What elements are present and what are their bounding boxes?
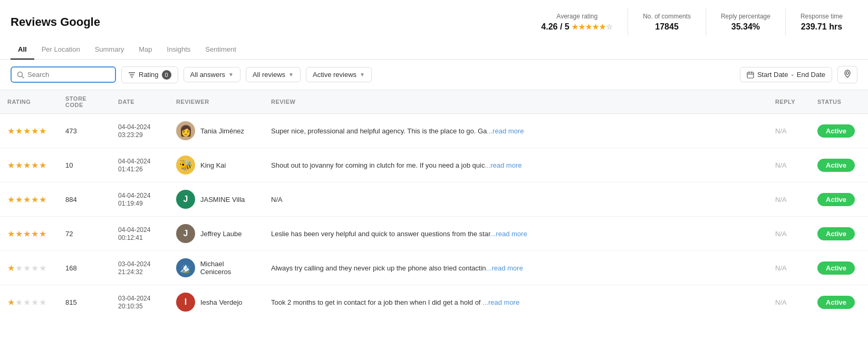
review-cell: Shout out to jovanny for coming in clutc… (264, 148, 768, 182)
read-more-link[interactable]: ...read more (483, 298, 519, 306)
status-cell: Active (810, 217, 868, 251)
star-icon: ★ (15, 263, 23, 273)
active-reviews-filter[interactable]: Active reviews ▼ (306, 67, 372, 82)
star-icon: ★ (31, 160, 38, 170)
status-badge: Active (817, 159, 855, 172)
status-cell: Active (810, 285, 868, 319)
star-icon: ★ (15, 297, 23, 307)
tab-map[interactable]: Map (131, 40, 159, 60)
location-button[interactable] (837, 66, 857, 83)
store-code-cell: 168 (58, 251, 111, 285)
chevron-down-icon: ▼ (360, 72, 365, 77)
rating-cell: ★★★★★ (0, 251, 58, 285)
star-icon: ★ (39, 263, 46, 273)
star-icon: ★ (7, 263, 15, 273)
filter-bar: Rating 0 All answers ▼ All reviews ▼ Act… (0, 60, 868, 90)
tab-sentiment[interactable]: Sentiment (198, 40, 244, 60)
read-more-link[interactable]: ...read more (486, 264, 523, 272)
answers-filter[interactable]: All answers ▼ (184, 67, 240, 82)
review-cell: Leslie has been very helpful and quick t… (264, 217, 768, 251)
search-icon (17, 71, 24, 79)
col-header-status: STATUS (810, 90, 868, 114)
star-icon: ★ (31, 263, 38, 273)
status-badge: Active (817, 296, 855, 309)
star-icon: ★ (23, 195, 31, 205)
reply-cell: N/A (768, 217, 810, 251)
status-badge: Active (817, 193, 855, 206)
tab-per-location[interactable]: Per Location (34, 40, 88, 60)
star-icon: ★ (23, 160, 31, 170)
chevron-down-icon: ▼ (288, 72, 294, 77)
reply-cell: N/A (768, 114, 810, 148)
reply-cell: N/A (768, 148, 810, 182)
star-icon: ★ (7, 229, 15, 239)
reviewer-name: Tania Jiménez (200, 127, 244, 135)
store-code-cell: 815 (58, 285, 111, 319)
status-badge: Active (817, 124, 855, 138)
svg-rect-5 (747, 72, 754, 78)
star-icon: ★ (31, 195, 38, 205)
star-icon: ★ (23, 229, 31, 239)
page-title: Reviews Google (11, 15, 100, 29)
star-icon: ★ (15, 126, 23, 136)
rating-filter[interactable]: Rating 0 (121, 66, 178, 83)
avatar: J (176, 224, 195, 243)
reviewer-cell: J Jeffrey Laube (169, 217, 264, 251)
tab-all[interactable]: All (11, 40, 34, 60)
store-code-cell: 884 (58, 182, 111, 217)
rating-cell: ★★★★★ (0, 114, 58, 148)
star-icon: ★ (23, 263, 31, 273)
star-icon: ★ (39, 126, 46, 136)
star-icon: ★ (23, 297, 31, 307)
reviewer-cell: 👩 Tania Jiménez (169, 114, 264, 148)
table-row: ★★★★★ 884 04-04-202401:19:49 J JASMINE V… (0, 182, 868, 217)
table-row: ★★★★★ 168 03-04-202421:24:32 🏔️ Michael … (0, 251, 868, 285)
stat-average-rating: Average rating 4.26 / 5 ★★★★★☆ (526, 8, 628, 36)
read-more-link[interactable]: ...read more (485, 161, 522, 169)
status-cell: Active (810, 251, 868, 285)
star-icon: ★ (7, 195, 15, 205)
search-box[interactable] (11, 66, 116, 83)
col-header-rating: RATING (0, 90, 58, 114)
status-badge: Active (817, 261, 855, 275)
read-more-link[interactable]: ...read more (490, 230, 527, 238)
star-icon: ★ (15, 195, 23, 205)
table-header-row: RATING STORE CODE DATE REVIEWER REVIEW R… (0, 90, 868, 114)
star-icon: ★ (7, 297, 15, 307)
filter-icon (128, 71, 136, 79)
reviewer-cell: J JASMINE Villa (169, 182, 264, 217)
rating-cell: ★★★★★ (0, 217, 58, 251)
reviewer-name: Michael Ceniceros (200, 260, 256, 276)
store-code-cell: 10 (58, 148, 111, 182)
star-icon: ★ (31, 126, 38, 136)
read-more-link[interactable]: ...read more (487, 127, 524, 135)
tab-insights[interactable]: Insights (160, 40, 198, 60)
rating-cell: ★★★★★ (0, 182, 58, 217)
date-cell: 04-04-202403:23:29 (111, 114, 169, 148)
reviewer-name: Iesha Verdejo (200, 298, 243, 306)
status-badge: Active (817, 227, 855, 240)
star-icon: ★ (31, 229, 38, 239)
review-cell: Always try calling and they never pick u… (264, 251, 768, 285)
star-icon: ★ (7, 160, 15, 170)
date-range-picker[interactable]: Start Date - End Date (740, 67, 832, 82)
date-cell: 04-04-202400:12:41 (111, 217, 169, 251)
reviewer-name: Jeffrey Laube (200, 230, 242, 238)
store-code-cell: 473 (58, 114, 111, 148)
tab-summary[interactable]: Summary (88, 40, 132, 60)
rating-cell: ★★★★★ (0, 148, 58, 182)
stat-comments: No. of comments 17845 (628, 8, 706, 36)
star-icon: ★ (31, 297, 38, 307)
reply-cell: N/A (768, 251, 810, 285)
date-cell: 03-04-202421:24:32 (111, 251, 169, 285)
star-icon: ★ (7, 126, 15, 136)
reviewer-name: King Kai (200, 161, 226, 169)
search-input[interactable] (27, 71, 107, 79)
tab-bar: All Per Location Summary Map Insights Se… (0, 40, 868, 60)
star-icon: ★ (39, 229, 46, 239)
reviewer-name: JASMINE Villa (200, 196, 245, 203)
review-cell: Super nice, professional and helpful age… (264, 114, 768, 148)
avatar: J (176, 190, 195, 209)
reviews-filter[interactable]: All reviews ▼ (246, 67, 301, 82)
reviewer-cell: 🐝 King Kai (169, 148, 264, 182)
